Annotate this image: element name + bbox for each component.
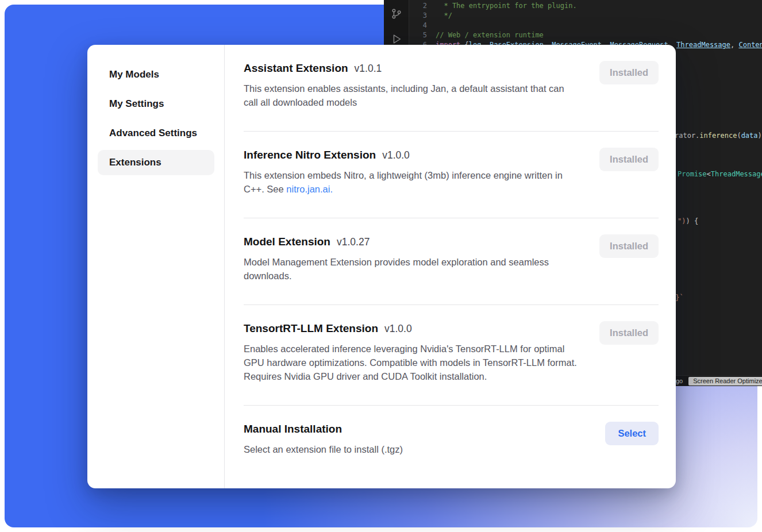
code-token: ContentType [738, 41, 762, 49]
description-text: Model Management Extension provides mode… [244, 257, 549, 281]
select-button[interactable]: Select [605, 422, 659, 445]
code-token: */ [436, 11, 452, 20]
code-text: * The entrypoint for the plugin. [436, 2, 577, 10]
extension-row: Manual InstallationSelect an extension f… [244, 406, 659, 478]
extension-text-block: Inference Nitro Extensionv1.0.0This exte… [244, 148, 580, 196]
sidebar-item-my-settings[interactable]: My Settings [98, 91, 214, 117]
code-token: ) { [686, 217, 698, 225]
line-number: 3 [410, 11, 427, 21]
extension-text-block: TensortRT-LLM Extensionv1.0.0Enables acc… [244, 321, 580, 383]
sidebar-item-my-models[interactable]: My Models [98, 62, 214, 87]
extension-title: Manual Installation [244, 422, 342, 437]
code-token: // Web / extension runtime [436, 31, 544, 39]
extension-title: Inference Nitro Extension [244, 148, 376, 163]
code-token: ThreadMessage [676, 41, 730, 49]
code-token: inference [699, 132, 737, 140]
extension-header: Model Extensionv1.0.27 [244, 234, 580, 249]
extension-header: Inference Nitro Extensionv1.0.0 [244, 148, 580, 163]
code-line: 3 */ [410, 11, 762, 21]
description-text: Enables accelerated inference leveraging… [244, 344, 577, 381]
installed-button[interactable]: Installed [599, 61, 659, 84]
settings-modal: My ModelsMy SettingsAdvanced SettingsExt… [87, 45, 676, 488]
sidebar-item-extensions[interactable]: Extensions [98, 150, 214, 175]
code-token: Promise [678, 170, 707, 178]
code-token: )); [758, 132, 762, 140]
extension-description: Select an extension file to install (.tg… [244, 442, 403, 456]
extension-description: Model Management Extension provides mode… [244, 255, 580, 283]
extension-row: Assistant Extensionv1.0.1This extension … [244, 45, 659, 132]
extension-description: This extension enables assistants, inclu… [244, 82, 580, 109]
extension-title: TensortRT-LLM Extension [244, 321, 378, 336]
code-line: 4 [410, 21, 762, 30]
code-fragment: rator.inference(data)); [675, 132, 762, 140]
extension-row: Model Extensionv1.0.27Model Management E… [244, 218, 659, 305]
installed-button[interactable]: Installed [599, 321, 659, 345]
status-left-text: go [676, 377, 683, 384]
installed-button[interactable]: Installed [599, 148, 659, 171]
extension-text-block: Manual InstallationSelect an extension f… [244, 422, 403, 456]
screen-reader-status[interactable]: Screen Reader Optimized [688, 377, 762, 385]
extension-title: Model Extension [244, 234, 330, 249]
extension-link[interactable]: nitro.jan.ai. [286, 184, 333, 194]
code-token: ( [737, 132, 741, 140]
screenshot-canvas: 2 * The entrypoint for the plugin.3 */45… [0, 0, 762, 532]
extension-row: Inference Nitro Extensionv1.0.0This exte… [244, 132, 659, 218]
code-token: * The entrypoint for the plugin. [436, 2, 577, 10]
extension-version: v1.0.0 [382, 149, 410, 161]
code-fragment: Promise<ThreadMessage> [678, 170, 762, 178]
extensions-list: Assistant Extensionv1.0.1This extension … [225, 45, 676, 488]
extension-version: v1.0.0 [384, 323, 412, 335]
installed-button[interactable]: Installed [599, 234, 659, 258]
extension-description: This extension embeds Nitro, a lightweig… [244, 168, 580, 196]
code-token: ThreadMessage [711, 170, 762, 178]
extension-version: v1.0.1 [355, 63, 382, 75]
code-area: 2 * The entrypoint for the plugin.3 */45… [410, 1, 762, 50]
code-token: rator. [675, 132, 699, 140]
run-debug-icon[interactable] [390, 32, 403, 46]
line-number: 4 [410, 21, 427, 30]
extension-text-block: Assistant Extensionv1.0.1This extension … [244, 61, 580, 109]
sidebar-item-advanced-settings[interactable]: Advanced Settings [98, 121, 214, 146]
extension-text-block: Model Extensionv1.0.27Model Management E… [244, 234, 580, 283]
extension-header: TensortRT-LLM Extensionv1.0.0 [244, 321, 580, 336]
extension-header: Manual Installation [244, 422, 403, 437]
extension-description: Enables accelerated inference leveraging… [244, 342, 580, 383]
code-token: ") [678, 217, 686, 225]
code-text: // Web / extension runtime [436, 31, 544, 39]
settings-sidebar: My ModelsMy SettingsAdvanced SettingsExt… [87, 45, 225, 488]
description-text: Select an extension file to install (.tg… [244, 444, 403, 454]
extension-title: Assistant Extension [244, 61, 348, 76]
code-token: , [730, 41, 738, 49]
extension-header: Assistant Extensionv1.0.1 [244, 61, 580, 76]
extension-row: TensortRT-LLM Extensionv1.0.0Enables acc… [244, 305, 659, 406]
line-number: 2 [410, 1, 427, 11]
source-control-icon[interactable] [390, 7, 403, 21]
line-number: 5 [410, 30, 427, 40]
code-line: 5// Web / extension runtime [410, 30, 762, 40]
extension-version: v1.0.27 [337, 236, 370, 248]
code-fragment: ")) { [678, 217, 698, 225]
description-text: This extension enables assistants, inclu… [244, 83, 564, 107]
code-token: data [741, 132, 758, 140]
code-token: < [707, 170, 711, 178]
code-line: 2 * The entrypoint for the plugin. [410, 1, 762, 11]
code-text: */ [436, 11, 452, 20]
